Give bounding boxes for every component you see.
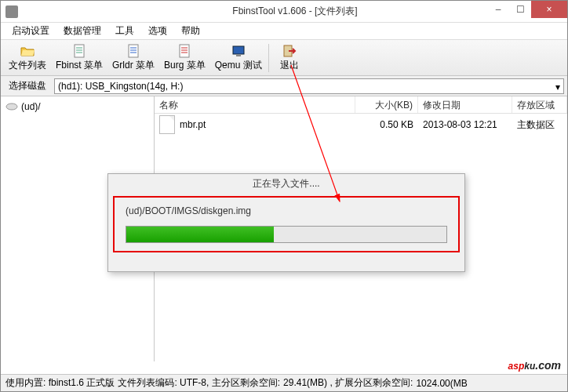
document-icon [72, 44, 86, 58]
tb-burg-menu[interactable]: Burg 菜单 [159, 42, 210, 74]
tb-qemu-test[interactable]: Qemu 测试 [210, 42, 267, 74]
document-red-icon [177, 44, 191, 58]
toolbar: 文件列表 Fbinst 菜单 Grldr 菜单 Burg 菜单 Qemu 测试 … [1, 40, 567, 76]
list-row[interactable]: mbr.pt 0.50 KB 2013-08-03 12:21 主数据区 [155, 114, 567, 136]
folder-open-icon [20, 44, 35, 58]
svg-rect-1 [129, 45, 138, 57]
tb-label: Grldr 菜单 [112, 59, 155, 72]
minimize-button[interactable]: – [487, 1, 509, 18]
file-area: 主数据区 [512, 116, 567, 134]
menu-startup[interactable]: 启动设置 [5, 23, 56, 39]
tb-fbinst-menu[interactable]: Fbinst 菜单 [51, 42, 107, 74]
close-button[interactable]: × [531, 1, 567, 18]
title-bar: FbinstTool v1.606 - [文件列表] – ☐ × [1, 1, 567, 23]
tb-label: Qemu 测试 [215, 59, 262, 72]
col-area[interactable]: 存放区域 [512, 96, 567, 113]
svg-rect-0 [75, 45, 84, 57]
watermark: aspku.com [508, 354, 561, 374]
file-date: 2013-08-03 12:21 [418, 117, 512, 132]
window-title: FbinstTool v1.606 - [文件列表] [23, 5, 567, 18]
tb-label: 退出 [280, 59, 299, 72]
progress-bar [126, 226, 447, 243]
status-bar: 使用内置: fbinst1.6 正式版 文件列表编码: UTF-8, 主分区剩余… [1, 374, 567, 391]
col-size[interactable]: 大小(KB) [355, 96, 418, 113]
import-path: (ud)/BOOT/IMGS/diskgen.img [126, 205, 447, 216]
menu-bar: 启动设置 数据管理 工具 选项 帮助 [1, 23, 567, 40]
svg-point-6 [6, 103, 17, 110]
menu-options[interactable]: 选项 [142, 23, 173, 39]
window-controls: – ☐ × [487, 1, 567, 18]
dialog-title: 正在导入文件.... [108, 174, 464, 194]
svg-rect-4 [236, 55, 241, 56]
chevron-down-icon: ▾ [555, 82, 560, 93]
import-dialog: 正在导入文件.... (ud)/BOOT/IMGS/diskgen.img [107, 173, 465, 272]
app-icon [5, 5, 18, 18]
monitor-icon [231, 44, 246, 58]
disk-value: (hd1): USB_Kingston(14g, H:) [58, 81, 183, 92]
file-name: mbr.pt [180, 119, 206, 130]
document-blue-icon [126, 44, 140, 58]
progress-fill [126, 227, 274, 242]
tb-exit[interactable]: 退出 [271, 42, 308, 74]
dialog-body: (ud)/BOOT/IMGS/diskgen.img [113, 196, 460, 252]
maximize-button[interactable]: ☐ [509, 1, 531, 18]
tree-root[interactable]: (ud)/ [4, 100, 151, 114]
tb-label: 文件列表 [9, 59, 46, 72]
menu-help[interactable]: 帮助 [175, 23, 206, 39]
disk-dropdown[interactable]: (hd1): USB_Kingston(14g, H:) ▾ [54, 78, 564, 94]
col-date[interactable]: 修改日期 [418, 96, 512, 113]
menu-data[interactable]: 数据管理 [57, 23, 107, 39]
exit-icon [282, 44, 297, 58]
status-seg-4: 1024.00(MB [416, 378, 467, 389]
status-seg-1: 使用内置: fbinst1.6 正式版 [5, 376, 115, 390]
tb-label: Fbinst 菜单 [56, 59, 103, 72]
status-seg-3: 29.41(MB) , 扩展分区剩余空间: [283, 376, 413, 390]
tb-label: Burg 菜单 [164, 59, 206, 72]
list-header: 名称 大小(KB) 修改日期 存放区域 [155, 96, 567, 114]
tb-file-list[interactable]: 文件列表 [4, 42, 51, 74]
toolbar-separator [268, 44, 269, 72]
col-name[interactable]: 名称 [155, 96, 355, 113]
file-icon [159, 115, 175, 134]
menu-tools[interactable]: 工具 [109, 23, 140, 39]
svg-rect-3 [233, 46, 244, 54]
file-size: 0.50 KB [355, 117, 418, 132]
status-seg-2: 文件列表编码: UTF-8, 主分区剩余空间: [118, 376, 280, 390]
tb-grldr-menu[interactable]: Grldr 菜单 [107, 42, 159, 74]
drive-icon [5, 102, 18, 111]
disk-label: 选择磁盘 [1, 79, 54, 93]
tree-root-label: (ud)/ [21, 101, 41, 112]
svg-rect-2 [180, 45, 189, 57]
disk-selector-row: 选择磁盘 (hd1): USB_Kingston(14g, H:) ▾ [1, 76, 567, 96]
